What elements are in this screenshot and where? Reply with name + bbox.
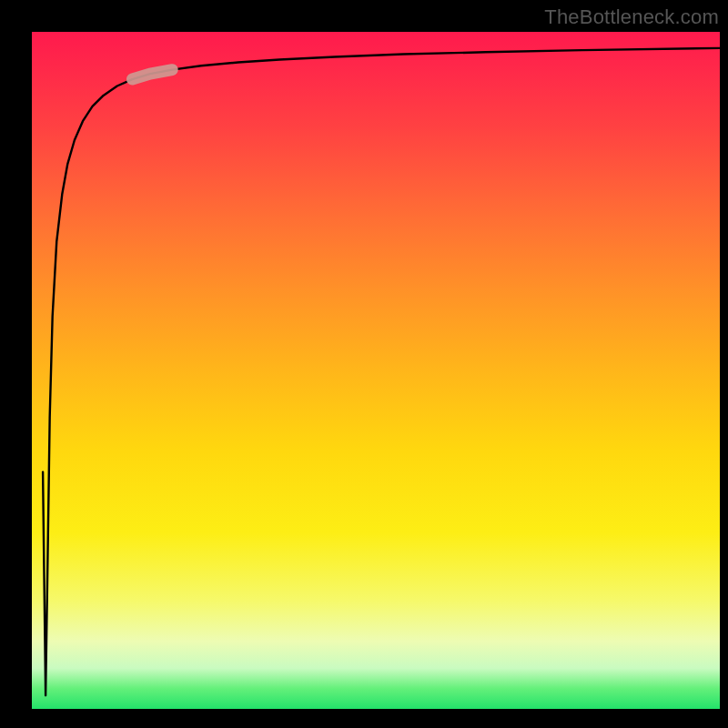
bottleneck-curve <box>43 48 720 695</box>
curve-highlight <box>132 70 172 79</box>
curve-layer <box>32 32 720 709</box>
chart-frame: TheBottleneck.com <box>0 0 728 728</box>
plot-area <box>32 32 720 709</box>
watermark-text: TheBottleneck.com <box>544 5 719 29</box>
